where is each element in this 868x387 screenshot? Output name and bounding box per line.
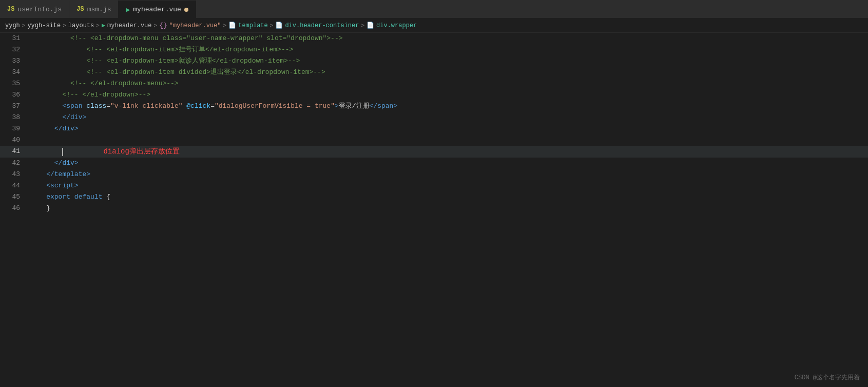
line-content-35: <!-- </el-dropdown-menu>--> (28, 78, 868, 89)
line-number-35: 35 (0, 78, 28, 89)
js-icon: JS (7, 6, 14, 13)
line-number-38: 38 (0, 112, 28, 123)
breadcrumb-curly-icon: {} (159, 22, 167, 29)
tab-msm[interactable]: JS msm.js (69, 1, 119, 18)
code-line-35[interactable]: 35 <!-- </el-dropdown-menu>--> (0, 78, 868, 89)
line-number-44: 44 (0, 180, 28, 191)
breadcrumb-template-icon2: 📄 (275, 22, 283, 29)
breadcrumb-yygh[interactable]: yygh (5, 22, 20, 29)
line-number-45: 45 (0, 191, 28, 203)
line-content-43: </template> (28, 169, 868, 180)
code-line-43[interactable]: 43 </template> (0, 169, 868, 180)
code-line-37[interactable]: 37 <span class="v-link clickable" @click… (0, 101, 868, 112)
line-number-39: 39 (0, 123, 28, 134)
line-number-46: 46 (0, 203, 28, 214)
code-line-42[interactable]: 42 </div> (0, 158, 868, 169)
breadcrumb-layouts[interactable]: layouts (68, 22, 94, 29)
code-line-33[interactable]: 33 <!-- <el-dropdown-item>就诊人管理</el-drop… (0, 55, 868, 67)
code-line-32[interactable]: 32 <!-- <el-dropdown-item>挂号订单</el-dropd… (0, 44, 868, 55)
line-number-42: 42 (0, 158, 28, 169)
line-number-43: 43 (0, 169, 28, 180)
line-content-41: dialog弹出层存放位置 (28, 146, 868, 158)
line-content-46: } (28, 203, 868, 214)
code-line-45[interactable]: 45 export default { (0, 191, 868, 203)
breadcrumb-wrapper[interactable]: div.wrapper (376, 22, 417, 29)
breadcrumb-vue-icon: ▶ (102, 22, 105, 29)
watermark: CSDN @这个名字先用着 (795, 373, 860, 382)
tab-label: myheader.vue (133, 6, 181, 13)
line-number-41: 41 (0, 146, 28, 157)
line-number-34: 34 (0, 67, 28, 78)
breadcrumb-myheader-string: "myheader.vue" (169, 22, 221, 29)
code-editor: 31 <!-- <el-dropdown-menu class="user-na… (0, 33, 868, 214)
code-line-40[interactable]: 40 (0, 134, 868, 146)
line-number-33: 33 (0, 55, 28, 67)
line-number-40: 40 (0, 134, 28, 146)
line-content-44: <script> (28, 180, 868, 191)
tab-label: msm.js (87, 6, 111, 13)
modified-dot (184, 8, 188, 12)
code-line-36[interactable]: 36 <!-- </el-dropdown>--> (0, 89, 868, 101)
breadcrumb-wrapper-icon: 📄 (367, 22, 374, 29)
vue-icon: ▶ (126, 6, 130, 14)
line-number-31: 31 (0, 33, 28, 44)
tab-userinfo[interactable]: JS userInfo.js (0, 1, 69, 18)
breadcrumb-yygh-site[interactable]: yygh-site (27, 22, 61, 29)
line-content-45: export default { (28, 191, 868, 203)
line-number-37: 37 (0, 101, 28, 112)
breadcrumb-myheader[interactable]: myheader.vue (107, 22, 151, 29)
code-line-46[interactable]: 46 } (0, 203, 868, 214)
line-content-40 (28, 134, 868, 146)
tab-label: userInfo.js (17, 6, 62, 13)
code-area[interactable]: 31 <!-- <el-dropdown-menu class="user-na… (0, 33, 868, 214)
line-number-32: 32 (0, 44, 28, 55)
line-content-39: </div> (28, 123, 868, 134)
code-line-34[interactable]: 34 <!-- <el-dropdown-item divided>退出登录</… (0, 67, 868, 78)
tab-bar: JS userInfo.js JS msm.js ▶ myheader.vue (0, 0, 868, 18)
line-content-33: <!-- <el-dropdown-item>就诊人管理</el-dropdow… (28, 55, 868, 67)
breadcrumb-header-container[interactable]: div.header-container (285, 22, 359, 29)
line-number-36: 36 (0, 89, 28, 101)
breadcrumb-template-icon: 📄 (228, 22, 236, 29)
line-content-36: <!-- </el-dropdown>--> (28, 89, 868, 101)
breadcrumb-template[interactable]: template (238, 22, 268, 29)
code-line-31[interactable]: 31 <!-- <el-dropdown-menu class="user-na… (0, 33, 868, 44)
code-line-44[interactable]: 44 <script> (0, 180, 868, 191)
line-content-42: </div> (28, 158, 868, 169)
line-content-32: <!-- <el-dropdown-item>挂号订单</el-dropdown… (28, 44, 868, 55)
line-content-31: <!-- <el-dropdown-menu class="user-name-… (28, 33, 868, 44)
breadcrumb: yygh > yygh-site > layouts > ▶ myheader.… (0, 18, 868, 33)
js-icon: JS (76, 6, 84, 13)
line-content-38: </div> (28, 112, 868, 123)
code-line-39[interactable]: 39 </div> (0, 123, 868, 134)
code-line-38[interactable]: 38 </div> (0, 112, 868, 123)
line-content-37: <span class="v-link clickable" @click="d… (28, 101, 868, 112)
tab-myheader[interactable]: ▶ myheader.vue (119, 1, 196, 18)
code-line-41[interactable]: 41 dialog弹出层存放位置 (0, 146, 868, 158)
line-content-34: <!-- <el-dropdown-item divided>退出登录</el-… (28, 67, 868, 78)
